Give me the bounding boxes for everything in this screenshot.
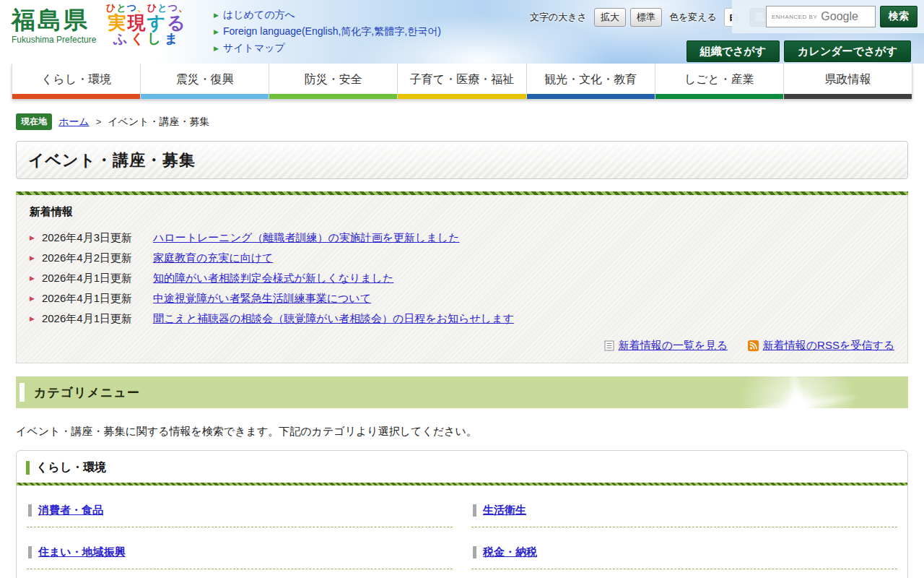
news-item: ▶ 2026年4月1日更新 聞こえと補聴器の相談会（聴覚障がい者相談会）の日程を… bbox=[30, 309, 894, 329]
nav-tab-label: しごと・産業 bbox=[684, 73, 754, 85]
news-item: ▶ 2026年4月3日更新 ハロートレーニング（離職者訓練）の実施計画を更新しま… bbox=[30, 228, 894, 248]
tab-underline bbox=[784, 94, 912, 99]
search-panel: ENHANCED BY Google 検索 bbox=[732, 0, 924, 33]
news-link[interactable]: 聞こえと補聴器の相談会（聴覚障がい者相談会）の日程をお知らせします bbox=[153, 312, 514, 326]
link-sitemap[interactable]: ▶ サイトマップ bbox=[214, 42, 441, 55]
link-first-time[interactable]: ▶ はじめての方へ bbox=[214, 9, 441, 22]
category-item[interactable]: 税金・納税 bbox=[471, 527, 897, 569]
logo-subtitle: Fukushima Prefecture bbox=[12, 35, 96, 45]
banner-accent-bar bbox=[19, 383, 25, 402]
news-link[interactable]: 家庭教育の充実に向けて bbox=[153, 251, 273, 265]
prefecture-logo[interactable]: 福島県 Fukushima Prefecture bbox=[12, 7, 96, 45]
category-menu-description: イベント・講座・募集に関する情報を検索できます。下記のカテゴリより選択してくださ… bbox=[16, 425, 908, 439]
tab-underline bbox=[527, 94, 655, 99]
section-title: くらし・環境 bbox=[36, 460, 106, 475]
news-rss-link[interactable]: 新着情報のRSSを受信する bbox=[763, 339, 894, 353]
text-size-standard-button[interactable]: 標準 bbox=[630, 8, 662, 27]
header-quick-links: ▶ はじめての方へ ▶ Foreign language(English,简化字… bbox=[214, 9, 441, 59]
text-size-label: 文字の大きさ bbox=[530, 11, 587, 24]
item-accent-bar bbox=[28, 504, 32, 517]
tab-underline bbox=[655, 94, 783, 99]
news-rss-link-row[interactable]: 新着情報のRSSを受信する bbox=[748, 339, 894, 353]
nav-tab-bousai[interactable]: 防災・安全 bbox=[269, 64, 397, 99]
main-content: 現在地 ホーム > イベント・講座・募集 イベント・講座・募集 新着情報 ▶ 2… bbox=[0, 113, 924, 578]
nav-tab-label: くらし・環境 bbox=[41, 73, 111, 85]
category-menu-banner: カテゴリメニュー bbox=[16, 376, 908, 408]
news-list-link-row[interactable]: 新着情報の一覧を見る bbox=[604, 339, 728, 353]
category-item[interactable]: 住まい・地域振興 bbox=[27, 527, 453, 569]
link-foreign-language[interactable]: ▶ Foreign language(English,简化字,繁體字,한국어) bbox=[214, 25, 441, 38]
tab-underline bbox=[12, 94, 140, 99]
news-item: ▶ 2026年4月1日更新 知的障がい者相談判定会様式が新しくなりました bbox=[30, 268, 894, 288]
news-heading: 新着情報 bbox=[30, 205, 894, 219]
news-date: 2026年4月1日更新 bbox=[42, 272, 153, 285]
arrow-icon: ▶ bbox=[214, 45, 219, 52]
text-size-enlarge-button[interactable]: 拡大 bbox=[594, 8, 626, 27]
section-accent-bar bbox=[26, 461, 30, 475]
search-button[interactable]: 検索 bbox=[880, 6, 918, 27]
news-link[interactable]: 中途視覚障がい者緊急生活訓練事業について bbox=[153, 292, 371, 306]
category-link-housing[interactable]: 住まい・地域振興 bbox=[38, 545, 126, 559]
tab-underline bbox=[141, 94, 269, 99]
nav-tab-label: 観光・文化・教育 bbox=[544, 73, 637, 85]
color-change-label: 色を変える bbox=[669, 11, 717, 24]
current-location-badge: 現在地 bbox=[16, 113, 52, 130]
news-item: ▶ 2026年4月2日更新 家庭教育の充実に向けて bbox=[30, 248, 894, 268]
bullet-icon: ▶ bbox=[30, 275, 35, 282]
breadcrumb-separator: > bbox=[96, 116, 102, 127]
bullet-icon: ▶ bbox=[30, 254, 35, 262]
category-item[interactable]: 生活衛生 bbox=[471, 486, 897, 527]
nav-tab-kosodate[interactable]: 子育て・医療・福祉 bbox=[397, 64, 526, 99]
nav-tab-label: 県政情報 bbox=[824, 73, 871, 85]
list-icon bbox=[604, 340, 614, 351]
news-item: ▶ 2026年4月1日更新 中途視覚障がい者緊急生活訓練事業について bbox=[30, 288, 894, 309]
nav-tab-kensei[interactable]: 県政情報 bbox=[783, 64, 912, 99]
foreign-language-link[interactable]: Foreign language(English,简化字,繁體字,한국어) bbox=[223, 25, 441, 38]
category-item[interactable]: 消費者・食品 bbox=[27, 486, 453, 527]
bullet-icon: ▶ bbox=[30, 234, 35, 241]
breadcrumb: 現在地 ホーム > イベント・講座・募集 bbox=[16, 113, 908, 130]
header-green-buttons: 組織でさがす カレンダーでさがす bbox=[687, 40, 911, 62]
arrow-icon: ▶ bbox=[214, 12, 219, 19]
nav-tab-shigoto[interactable]: しごと・産業 bbox=[655, 64, 783, 99]
arrow-icon: ▶ bbox=[214, 28, 219, 35]
breadcrumb-current: イベント・講座・募集 bbox=[108, 116, 209, 129]
category-item[interactable]: 動物・ペット bbox=[471, 569, 897, 578]
category-menu-heading: カテゴリメニュー bbox=[34, 384, 140, 401]
news-section: 新着情報 ▶ 2026年4月3日更新 ハロートレーニング（離職者訓練）の実施計画… bbox=[16, 191, 908, 363]
category-link-hygiene[interactable]: 生活衛生 bbox=[483, 504, 526, 517]
tab-underline bbox=[398, 94, 526, 99]
lens-flare-decoration bbox=[693, 376, 892, 408]
site-search-input[interactable] bbox=[766, 6, 876, 27]
news-date: 2026年4月1日更新 bbox=[42, 312, 153, 326]
news-link[interactable]: 知的障がい者相談判定会様式が新しくなりました bbox=[153, 272, 394, 285]
category-item[interactable]: 自然・環境 bbox=[27, 569, 453, 578]
nav-tab-kankou[interactable]: 観光・文化・教育 bbox=[526, 64, 655, 99]
item-accent-bar bbox=[28, 546, 32, 558]
nav-tab-label: 防災・安全 bbox=[305, 73, 362, 85]
search-by-calendar-button[interactable]: カレンダーでさがす bbox=[784, 40, 911, 62]
nav-tab-shinsai[interactable]: 震災・復興 bbox=[140, 64, 269, 99]
nav-tab-label: 震災・復興 bbox=[176, 73, 234, 85]
search-by-organization-button[interactable]: 組織でさがす bbox=[687, 40, 780, 62]
breadcrumb-home-link[interactable]: ホーム bbox=[58, 116, 90, 129]
sitemap-link[interactable]: サイトマップ bbox=[223, 42, 285, 55]
category-link-consumer-food[interactable]: 消費者・食品 bbox=[38, 504, 103, 517]
news-date: 2026年4月3日更新 bbox=[42, 231, 153, 245]
page-title-bar: イベント・講座・募集 bbox=[16, 141, 908, 179]
page-title: イベント・講座・募集 bbox=[28, 150, 196, 171]
item-accent-bar bbox=[473, 546, 476, 558]
category-section-kurashi: くらし・環境 消費者・食品 生活衛生 住まい・地域振興 税金・納税 自然・ bbox=[16, 450, 908, 578]
item-accent-bar bbox=[473, 504, 476, 517]
site-header: 福島県 Fukushima Prefecture ひとつ、ひとつ、実現するふくし… bbox=[0, 0, 924, 64]
tab-underline bbox=[269, 94, 397, 99]
news-date: 2026年4月1日更新 bbox=[42, 292, 153, 306]
first-time-link[interactable]: はじめての方へ bbox=[223, 9, 295, 22]
news-list-link[interactable]: 新着情報の一覧を見る bbox=[619, 339, 728, 353]
news-link[interactable]: ハロートレーニング（離職者訓練）の実施計画を更新しました bbox=[153, 231, 460, 245]
news-footer-links: 新着情報の一覧を見る 新着情報のRSSを受信する bbox=[30, 339, 894, 353]
category-link-tax[interactable]: 税金・納税 bbox=[483, 545, 537, 559]
rss-icon bbox=[748, 340, 759, 351]
news-date: 2026年4月2日更新 bbox=[42, 251, 153, 265]
nav-tab-kurashi[interactable]: くらし・環境 bbox=[12, 64, 140, 99]
